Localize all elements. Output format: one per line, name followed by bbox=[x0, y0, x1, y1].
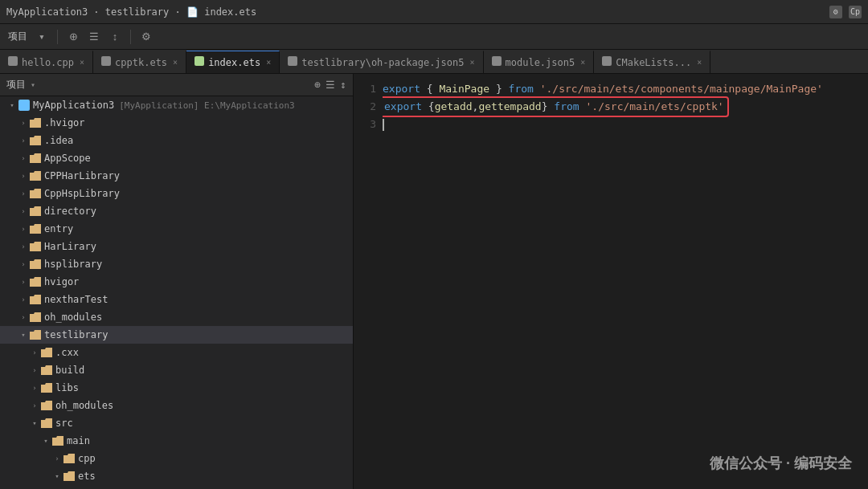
tree-item-entry[interactable]: ›entry bbox=[0, 220, 353, 238]
tree-arrow: › bbox=[18, 153, 29, 164]
tree-item-appscope[interactable]: ›AppScope bbox=[0, 149, 353, 167]
tree-item-ets[interactable]: ▾ets bbox=[0, 467, 353, 485]
tab-close-btn[interactable]: × bbox=[697, 58, 702, 67]
tree-arrow: › bbox=[18, 135, 29, 146]
tree-arrow: › bbox=[51, 453, 63, 464]
sidebar-header-icons: ⊕ ☰ ↕ bbox=[314, 79, 346, 91]
tree-item-label: ets bbox=[78, 471, 96, 482]
tree-arrow: ▾ bbox=[18, 329, 29, 340]
tree-item-icon bbox=[40, 381, 53, 394]
svg-rect-1 bbox=[101, 56, 111, 66]
tab-file-icon bbox=[602, 56, 612, 68]
tree-item-src[interactable]: ▾src bbox=[0, 414, 353, 432]
tree-item-icon bbox=[29, 134, 42, 147]
tree-item-directory[interactable]: ›directory bbox=[0, 202, 353, 220]
toolbar-collapse-btn[interactable]: ☰ bbox=[85, 28, 103, 46]
sidebar-icon-1[interactable]: ⊕ bbox=[314, 79, 321, 91]
tree-item-root[interactable]: ▾MyApplication3[MyApplication] E:\MyAppl… bbox=[0, 96, 353, 114]
tab-cmakelists[interactable]: CMakeLists...× bbox=[594, 51, 710, 73]
toolbar-dropdown-arrow[interactable]: ▾ bbox=[33, 28, 51, 46]
editor: 123 export { MainPage } from './src/main… bbox=[354, 74, 868, 489]
tree-arrow: › bbox=[18, 223, 29, 234]
sidebar-dropdown-icon[interactable]: ▾ bbox=[31, 80, 35, 89]
toolbar-settings-btn[interactable]: ⚙ bbox=[137, 28, 155, 46]
line-numbers: 123 bbox=[354, 80, 383, 483]
tree-arrow: › bbox=[29, 400, 40, 411]
toolbar-sort-btn[interactable]: ↕ bbox=[106, 28, 124, 46]
tree-item-idea[interactable]: ›.idea bbox=[0, 132, 353, 149]
tree-arrow: ▾ bbox=[40, 435, 51, 446]
tab-module-json5[interactable]: module.json5× bbox=[484, 51, 595, 73]
tree-arrow: › bbox=[18, 170, 29, 181]
settings-icon[interactable]: ⚙ bbox=[829, 6, 842, 18]
tree-item-libs[interactable]: ›libs bbox=[0, 379, 353, 397]
tree-item-label: hvigor bbox=[44, 276, 79, 287]
tree-item-label: .idea bbox=[44, 135, 73, 146]
tree-item-icon bbox=[29, 152, 42, 165]
tab-close-btn[interactable]: × bbox=[580, 58, 585, 67]
tree-item-oh_modules2[interactable]: ›oh_modules bbox=[0, 397, 353, 414]
tree-item-label: CppHspLibrary bbox=[44, 188, 120, 199]
tree-arrow: › bbox=[18, 259, 29, 270]
tab-close-btn[interactable]: × bbox=[469, 58, 474, 67]
tree-item-hvigor1[interactable]: ›.hvigor bbox=[0, 114, 353, 132]
tree-item-icon bbox=[51, 434, 64, 447]
tree-item-icon bbox=[29, 187, 42, 200]
code-area[interactable]: export { MainPage } from './src/main/ets… bbox=[383, 80, 868, 483]
tree-item-label: build bbox=[55, 365, 84, 376]
tree-item-nexthartest[interactable]: ›nextharTest bbox=[0, 291, 353, 308]
tab-cpptk-ets[interactable]: cpptk.ets× bbox=[93, 51, 186, 73]
sidebar-tree[interactable]: ▾MyApplication3[MyApplication] E:\MyAppl… bbox=[0, 96, 353, 489]
title-bar-text: MyApplication3 · testlibrary · 📄 index.e… bbox=[6, 6, 256, 18]
toolbar-sep-2 bbox=[130, 30, 131, 44]
tab-index-ets[interactable]: index.ets× bbox=[186, 51, 280, 73]
tab-label: hello.cpp bbox=[22, 57, 74, 68]
tab-hello-cpp[interactable]: hello.cpp× bbox=[0, 51, 93, 73]
line-number-1: 1 bbox=[354, 80, 376, 98]
tree-item-label: AppScope bbox=[44, 153, 91, 164]
toolbar: 项目 ▾ ⊕ ☰ ↕ ⚙ bbox=[0, 24, 868, 50]
tree-item-components[interactable]: ›components bbox=[0, 485, 353, 489]
tab-close-btn[interactable]: × bbox=[80, 58, 84, 67]
tree-item-label: main bbox=[67, 435, 90, 446]
tree-item-label: oh_modules bbox=[44, 312, 102, 323]
tree-item-icon bbox=[29, 258, 42, 271]
tree-item-harlirary[interactable]: ›HarLirary bbox=[0, 238, 353, 255]
tree-item-cpp[interactable]: ›cpp bbox=[0, 450, 353, 467]
tab-oh-package-json5[interactable]: testlibrary\oh-package.json5× bbox=[280, 51, 483, 73]
tree-item-label: oh_modules bbox=[55, 400, 113, 411]
toolbar-add-btn[interactable]: ⊕ bbox=[64, 28, 82, 46]
tab-close-btn[interactable]: × bbox=[266, 58, 271, 67]
tab-close-btn[interactable]: × bbox=[173, 58, 178, 67]
tree-item-icon bbox=[29, 293, 42, 306]
tree-item-cxx[interactable]: ›.cxx bbox=[0, 344, 353, 361]
tree-item-cpphsplibrary[interactable]: ›CppHspLibrary bbox=[0, 185, 353, 202]
tab-file-icon bbox=[288, 56, 297, 68]
tree-item-icon bbox=[40, 399, 53, 412]
tree-item-label: testlibrary bbox=[44, 329, 108, 340]
tree-item-icon bbox=[29, 240, 42, 253]
tab-label: cpptk.ets bbox=[115, 57, 167, 68]
tree-item-testlibrary[interactable]: ▾testlibrary bbox=[0, 326, 353, 344]
tree-item-hvigor2[interactable]: ›hvigor bbox=[0, 273, 353, 291]
tree-item-icon bbox=[29, 222, 42, 235]
tree-item-icon bbox=[29, 205, 42, 218]
tree-item-hsplibrary[interactable]: ›hsplibrary bbox=[0, 255, 353, 273]
tree-item-icon bbox=[40, 417, 53, 430]
svg-rect-3 bbox=[288, 56, 297, 66]
tree-item-main[interactable]: ▾main bbox=[0, 432, 353, 450]
tree-item-label: entry bbox=[44, 223, 73, 234]
copy-icon[interactable]: Cp bbox=[849, 6, 862, 18]
tree-item-icon bbox=[63, 470, 76, 483]
sidebar-icon-2[interactable]: ☰ bbox=[326, 79, 335, 91]
sidebar-icon-3[interactable]: ↕ bbox=[340, 79, 346, 91]
tree-item-build[interactable]: ›build bbox=[0, 361, 353, 379]
tabs-bar: hello.cpp×cpptk.ets×index.ets×testlibrar… bbox=[0, 50, 868, 74]
tree-arrow: › bbox=[18, 276, 29, 287]
tree-item-cppharlibrary[interactable]: ›CPPHarLibrary bbox=[0, 167, 353, 185]
tree-item-oh_modules1[interactable]: ›oh_modules bbox=[0, 308, 353, 326]
toolbar-project-section: 项目 ▾ bbox=[5, 28, 51, 46]
tab-label: module.json5 bbox=[506, 57, 575, 68]
tree-item-label: libs bbox=[55, 382, 79, 393]
tab-file-icon bbox=[101, 56, 111, 68]
